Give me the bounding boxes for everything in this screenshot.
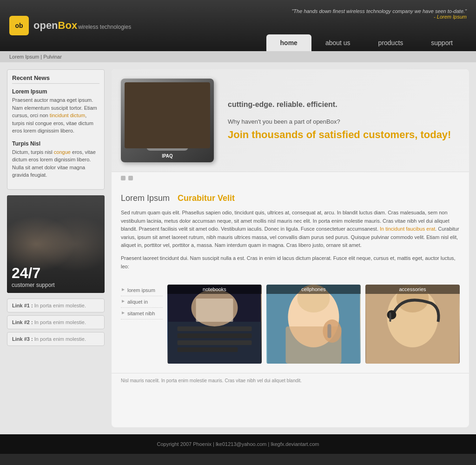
link-item-2[interactable]: Link #2 : In porta enim molestie. — [7, 315, 105, 329]
news-item-2: Turpis Nisl Dictum, turpis nisl congue e… — [12, 140, 99, 179]
hero-text: cutting-edge. reliable. efficient. Why h… — [228, 100, 460, 141]
header-tagline: "The hands down finest wireless technolo… — [291, 8, 467, 20]
svg-rect-6 — [178, 326, 252, 331]
brand-open: openBox — [33, 20, 77, 32]
svg-rect-1 — [149, 93, 186, 134]
products-grid: notebooks — [167, 285, 460, 364]
news-title-1: Lorem Ipsum — [12, 88, 99, 95]
svg-rect-11 — [196, 299, 233, 322]
nav-home[interactable]: home — [266, 34, 311, 51]
nav-products[interactable]: products — [364, 34, 417, 51]
news-body-1: Praesent auctor magna eget ipsum. Nam el… — [12, 96, 99, 135]
notebooks-image — [167, 285, 262, 364]
product-link-3[interactable]: sitamet nibh — [121, 308, 163, 319]
product-card-accessories[interactable]: accessories — [365, 285, 460, 364]
accessories-label: accessories — [365, 285, 460, 294]
article-section: Lorem Ipsum Curabitur Velit Sed rutrum q… — [112, 184, 469, 285]
hero-cta2: Join thousands of satisfied customers, t… — [228, 129, 460, 141]
support-247: 24/7 — [12, 265, 55, 282]
svg-rect-17 — [328, 324, 331, 338]
page-footer: Copyright 2007 Phoenix | lke01213@yahoo.… — [0, 434, 476, 454]
article-link[interactable]: In tincidunt faucibus erat — [380, 226, 435, 232]
notebook-svg — [167, 285, 262, 364]
svg-rect-7 — [178, 333, 252, 338]
cellphones-image — [266, 285, 361, 364]
hero-today: today — [420, 129, 448, 140]
news-body-2: Dictum, turpis nisl congue eros, vitae d… — [12, 148, 99, 179]
cellphone-svg — [266, 285, 361, 364]
recent-news-panel: Recent News Lorem Ipsum Praesent auctor … — [7, 69, 105, 190]
svg-rect-22 — [390, 312, 391, 322]
hero-cta1: Why haven't you been a part of openBox? — [228, 118, 460, 125]
product-card-cellphones[interactable]: cellphones — [266, 285, 361, 364]
product-links: lorem ipsum aliquet in sitamet nibh — [121, 285, 167, 364]
pda-svg — [144, 88, 191, 153]
svg-rect-9 — [178, 347, 238, 352]
support-banner: 24/7 customer support — [7, 195, 105, 293]
article-para2: Praesent laoreet tincidunt dui. Nam susc… — [121, 254, 460, 271]
notebooks-label: notebooks — [167, 285, 262, 294]
svg-point-21 — [387, 310, 397, 319]
logo-area: ob openBox wireless technologies — [9, 16, 131, 35]
svg-point-16 — [323, 319, 342, 343]
hero-section: cutting-edge. reliable. efficient. Why h… — [112, 69, 469, 172]
content-area: cutting-edge. reliable. efficient. Why h… — [112, 69, 469, 427]
hero-tagline: cutting-edge. reliable. efficient. — [228, 100, 460, 109]
recent-news-title: Recent News — [12, 74, 99, 84]
svg-rect-2 — [158, 138, 177, 141]
nav: home about us products support — [266, 34, 467, 51]
svg-rect-8 — [178, 340, 252, 345]
slider-controls — [112, 172, 469, 184]
main-layout: Recent News Lorem Ipsum Praesent auctor … — [0, 62, 476, 434]
link-item-1[interactable]: Link #1 : In porta enim molestie. — [7, 299, 105, 312]
breadcrumb: Lorem Ipsum | Pulvinar — [0, 51, 476, 62]
link-item-3[interactable]: Link #3 : In porta enim molestie. — [7, 332, 105, 346]
product-link-2[interactable]: aliquet in — [121, 296, 163, 308]
product-card-notebooks[interactable]: notebooks — [167, 285, 262, 364]
support-label: customer support — [12, 282, 55, 288]
svg-point-3 — [165, 142, 170, 147]
news-title-2: Turpis Nisl — [12, 140, 99, 147]
article-heading: Lorem Ipsum Curabitur Velit — [121, 193, 460, 203]
header: ob openBox wireless technologies "The ha… — [0, 0, 476, 51]
support-text: 24/7 customer support — [12, 265, 55, 288]
products-section: lorem ipsum aliquet in sitamet nibh note… — [112, 285, 469, 373]
news-item-1: Lorem Ipsum Praesent auctor magna eget i… — [12, 88, 99, 135]
article-para1: Sed rutrum quam quis elit. Phasellus sap… — [121, 209, 460, 250]
nav-about[interactable]: about us — [311, 34, 364, 51]
news-link-2[interactable]: congue — [54, 149, 71, 155]
logo-icon: ob — [9, 16, 29, 35]
hero-device-image — [121, 79, 214, 162]
sidebar: Recent News Lorem Ipsum Praesent auctor … — [7, 69, 105, 427]
product-link-1[interactable]: lorem ipsum — [121, 285, 163, 296]
nav-support[interactable]: support — [417, 34, 467, 51]
accessories-svg — [365, 285, 460, 364]
slide-dot-2[interactable] — [128, 176, 133, 180]
brand-name: openBox wireless technologies — [33, 20, 131, 32]
news-link-1[interactable]: tincidunt dictum — [50, 113, 85, 118]
slide-dot-1[interactable] — [121, 176, 126, 180]
svg-rect-0 — [146, 90, 188, 151]
cellphones-label: cellphones — [266, 285, 361, 294]
accessories-image — [365, 285, 460, 364]
footer-note: Nisl mauris nacelit. In porta enim moles… — [112, 373, 469, 388]
brand-sub: wireless technologies — [78, 24, 131, 30]
